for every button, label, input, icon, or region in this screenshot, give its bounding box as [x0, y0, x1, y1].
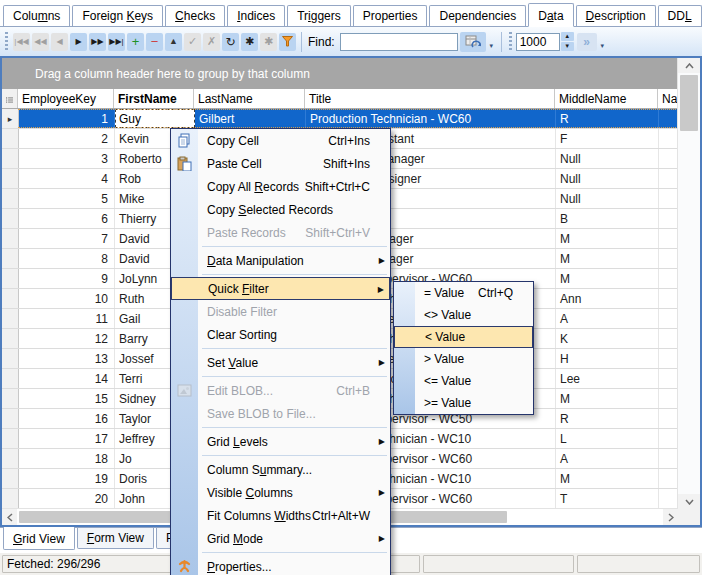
tab-description[interactable]: Description [576, 5, 656, 26]
row-indicator-cell[interactable] [2, 369, 19, 388]
post-edit-button[interactable]: ✓ [184, 33, 201, 51]
cell-namestyle[interactable] [659, 289, 678, 308]
cell-middlename[interactable]: Ann [556, 289, 659, 308]
cell-employeekey[interactable]: 5 [19, 189, 115, 208]
scroll-left-button[interactable] [2, 509, 17, 525]
menu-item-save-blob-to-file[interactable]: Save BLOB to File... [171, 402, 390, 425]
last-record-button[interactable]: ▶▶| [108, 33, 125, 51]
column-header-firstname[interactable]: FirstName [114, 89, 194, 108]
fetch-next-button[interactable]: » [577, 33, 597, 51]
spin-down-button[interactable]: ▼ [561, 42, 574, 51]
cell-middlename[interactable]: Null [556, 189, 659, 208]
cell-employeekey[interactable]: 18 [19, 449, 115, 468]
cell-middlename[interactable]: M [556, 269, 659, 288]
menu-item-disable-filter[interactable]: Disable Filter [171, 300, 390, 323]
menu-item-value[interactable]: < Value [394, 326, 533, 348]
cell-employeekey[interactable]: 6 [19, 209, 115, 228]
refresh-button[interactable]: ↻ [222, 33, 239, 51]
cell-namestyle[interactable] [659, 209, 678, 228]
row-indicator-cell[interactable] [2, 349, 19, 368]
column-header-title[interactable]: Title [305, 89, 555, 108]
menu-item-copy-selected-records[interactable]: Copy Selected Records [171, 198, 390, 221]
row-indicator-cell[interactable] [2, 149, 19, 168]
menu-item-copy-all-records[interactable]: Copy All RecordsShift+Ctrl+C [171, 175, 390, 198]
cell-middlename[interactable]: Null [556, 169, 659, 188]
row-indicator-cell[interactable] [2, 429, 19, 448]
cancel-edit-button[interactable]: ✗ [203, 33, 220, 51]
menu-item-value[interactable]: > Value [394, 348, 533, 370]
column-header-lastname[interactable]: LastName [194, 89, 305, 108]
cell-middlename[interactable]: A [556, 449, 659, 468]
search-options-chevron[interactable]: ▾ [486, 32, 497, 52]
row-indicator-cell[interactable] [2, 169, 19, 188]
cell-namestyle[interactable] [659, 369, 678, 388]
cell-middlename[interactable]: T [556, 489, 659, 508]
cell-middlename[interactable]: R [556, 409, 659, 428]
cell-namestyle[interactable] [659, 189, 678, 208]
row-indicator-cell[interactable] [2, 469, 19, 488]
row-indicator-cell[interactable] [2, 389, 19, 408]
cell-namestyle[interactable] [659, 129, 678, 148]
cell-middlename[interactable]: L [556, 429, 659, 448]
row-indicator-cell[interactable] [2, 329, 19, 348]
cell-namestyle[interactable] [659, 449, 678, 468]
cell-namestyle[interactable] [659, 389, 678, 408]
cell-middlename[interactable]: A [556, 309, 659, 328]
cell-employeekey[interactable]: 19 [19, 469, 115, 488]
current-row-marker[interactable]: ▸ [2, 109, 19, 128]
column-header-middlename[interactable]: MiddleName [555, 89, 658, 108]
tab-triggers[interactable]: Triggers [287, 5, 351, 26]
row-indicator-cell[interactable] [2, 129, 19, 148]
row-indicator-cell[interactable] [2, 489, 19, 508]
cell-middlename[interactable]: F [556, 129, 659, 148]
find-input[interactable] [340, 33, 458, 51]
cell-employeekey[interactable]: 8 [19, 249, 115, 268]
edit-record-button[interactable]: ▲ [165, 33, 182, 51]
search-button[interactable] [460, 32, 486, 52]
cell-employeekey[interactable]: 11 [19, 309, 115, 328]
scroll-up-button[interactable] [678, 58, 700, 73]
cell-middlename[interactable]: H [556, 349, 659, 368]
menu-item-value[interactable]: <> Value [394, 304, 533, 326]
cell-employeekey[interactable]: 15 [19, 389, 115, 408]
row-indicator-cell[interactable] [2, 309, 19, 328]
tab-form-view[interactable]: Form View [77, 528, 154, 549]
cell-employeekey[interactable]: 3 [19, 149, 115, 168]
cell-lastname[interactable]: Gilbert [195, 109, 306, 128]
cell-employeekey[interactable]: 17 [19, 429, 115, 448]
rollback-button[interactable]: ✱ [260, 33, 277, 51]
vertical-scroll-thumb[interactable] [680, 75, 698, 131]
filter-button[interactable] [279, 33, 296, 51]
row-indicator-cell[interactable] [2, 209, 19, 228]
cell-namestyle[interactable] [659, 349, 678, 368]
cell-employeekey[interactable]: 9 [19, 269, 115, 288]
cell-namestyle[interactable] [659, 309, 678, 328]
delete-record-button[interactable]: − [146, 33, 163, 51]
prior-record-button[interactable]: ◀ [51, 33, 68, 51]
row-indicator-cell[interactable] [2, 409, 19, 428]
menu-item-paste-records[interactable]: Paste RecordsShift+Ctrl+V [171, 221, 390, 244]
tab-properties[interactable]: Properties [353, 5, 428, 26]
cell-employeekey[interactable]: 16 [19, 409, 115, 428]
cell-employeekey[interactable]: 10 [19, 289, 115, 308]
row-indicator-cell[interactable] [2, 269, 19, 288]
menu-item-visible-columns[interactable]: Visible Columns▶ [171, 481, 390, 504]
tab-foreign-keys[interactable]: Foreign Keys [72, 5, 163, 26]
menu-item-value[interactable]: = ValueCtrl+Q [394, 282, 533, 304]
menu-item-data-manipulation[interactable]: Data Manipulation▶ [171, 249, 390, 272]
cell-employeekey[interactable]: 14 [19, 369, 115, 388]
cell-namestyle[interactable] [659, 429, 678, 448]
menu-item-properties[interactable]: Properties... [171, 555, 390, 575]
spin-up-button[interactable]: ▲ [561, 32, 574, 41]
column-header-namestyle[interactable]: NameStyle [658, 89, 678, 108]
cell-middlename[interactable]: M [556, 469, 659, 488]
next-record-button[interactable]: ▶ [70, 33, 87, 51]
cell-middlename[interactable]: B [556, 209, 659, 228]
menu-item-value[interactable]: <= Value [394, 370, 533, 392]
menu-item-column-summary[interactable]: Column Summary... [171, 458, 390, 481]
cell-employeekey[interactable]: 20 [19, 489, 115, 508]
cell-employeekey[interactable]: 7 [19, 229, 115, 248]
cell-namestyle[interactable] [659, 249, 678, 268]
tab-ddl[interactable]: DDL [658, 5, 702, 26]
cell-firstname[interactable]: Guy [115, 109, 195, 128]
